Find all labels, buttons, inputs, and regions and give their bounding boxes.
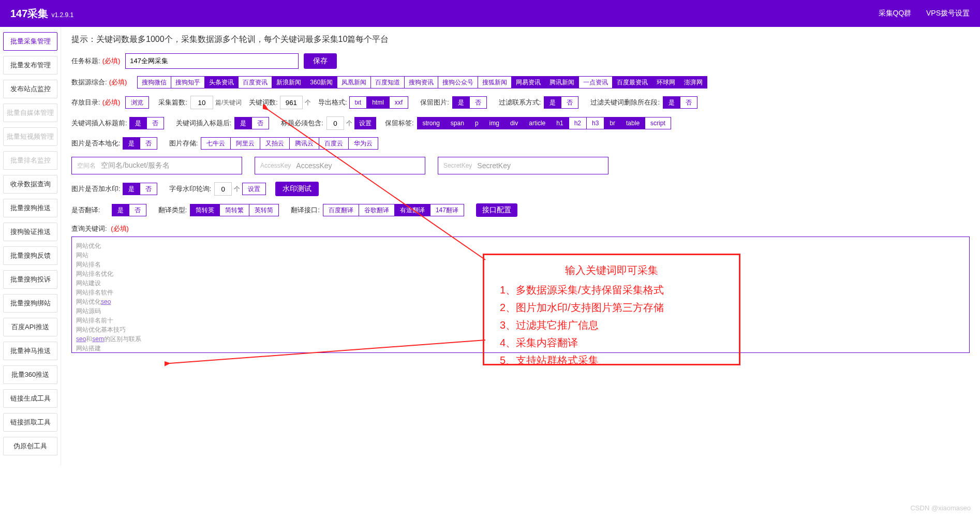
sources-req: (必填) [109, 78, 127, 87]
before-tag-0[interactable]: 是 [129, 117, 147, 129]
filter-tag-1[interactable]: 否 [680, 96, 697, 109]
export-tag-2[interactable]: xxf [389, 96, 408, 109]
sidebar-item-13[interactable]: 批量神马推送 [3, 342, 57, 360]
anno-l3: 3、过滤其它推广信息 [500, 316, 723, 334]
kw-label: 查询关键词: [71, 225, 107, 232]
keeptag-3[interactable]: img [484, 117, 505, 129]
keeptag-0[interactable]: strong [417, 117, 446, 129]
kw-count-input[interactable] [280, 96, 303, 109]
tiface-tag-3[interactable]: 147翻译 [430, 204, 464, 216]
ttype-tag-0[interactable]: 简转英 [190, 204, 220, 216]
source-tag-5[interactable]: 360新闻 [305, 76, 337, 89]
keepimg-tag-0[interactable]: 是 [452, 96, 470, 109]
store-tag-1[interactable]: 阿里云 [230, 137, 260, 150]
sidebar-item-11[interactable]: 批量搜狗绑站 [3, 294, 57, 313]
contact-tag-1[interactable]: 否 [561, 96, 578, 109]
trans-tag-1[interactable]: 否 [129, 204, 146, 216]
source-tag-14[interactable]: 百度最资讯 [612, 76, 652, 89]
sidebar-item-15[interactable]: 链接生成工具 [3, 389, 57, 408]
local-tag-0[interactable]: 是 [123, 137, 140, 150]
ttype-tag-2[interactable]: 英转简 [249, 204, 279, 216]
wl-set-button[interactable]: 设置 [242, 183, 266, 195]
sidebar-item-0[interactable]: 批量采集管理 [3, 32, 57, 51]
space-input[interactable]: 空间名 空间名/bucket/服务名 [71, 157, 242, 174]
source-tag-15[interactable]: 环球网 [652, 76, 680, 89]
anno-l1: 1、多数据源采集/支持保留采集格式 [500, 281, 723, 299]
sidebar-item-10[interactable]: 批量搜狗投诉 [3, 270, 57, 289]
link-vps[interactable]: VPS拨号设置 [926, 9, 970, 17]
after-tag-0[interactable]: 是 [234, 117, 252, 129]
store-tag-3[interactable]: 腾讯云 [289, 137, 319, 150]
keeptag-1[interactable]: span [445, 117, 470, 129]
trans-tag-0[interactable]: 是 [112, 204, 129, 216]
source-tag-0[interactable]: 搜狗微信 [137, 76, 171, 89]
sidebar-item-12[interactable]: 百度API推送 [3, 318, 57, 336]
save-button[interactable]: 保存 [304, 53, 337, 69]
sidebar-item-16[interactable]: 链接抓取工具 [3, 413, 57, 432]
keepimg-tag-1[interactable]: 否 [469, 96, 487, 109]
iface-config-button[interactable]: 接口配置 [476, 203, 517, 217]
source-tag-11[interactable]: 网易资讯 [511, 76, 545, 89]
source-tag-16[interactable]: 澎湃网 [679, 76, 707, 89]
tiface-tag-0[interactable]: 百度翻译 [323, 204, 359, 216]
keeptag-9[interactable]: br [604, 117, 621, 129]
local-tag-1[interactable]: 否 [140, 137, 157, 150]
keeptag-5[interactable]: article [523, 117, 551, 129]
source-tag-10[interactable]: 搜狐新闻 [478, 76, 512, 89]
sidebar: 批量采集管理批量发布管理发布站点监控批量自媒体管理批量短视频管理批量排名监控收录… [0, 27, 61, 466]
wm-tag-0[interactable]: 是 [123, 183, 140, 195]
wm-tag-1[interactable]: 否 [140, 183, 157, 195]
store-tag-4[interactable]: 百度云 [319, 137, 349, 150]
source-tag-9[interactable]: 搜狗公众号 [438, 76, 478, 89]
task-input[interactable] [125, 53, 299, 69]
must-input[interactable] [326, 116, 344, 130]
sidebar-item-9[interactable]: 批量搜狗反馈 [3, 246, 57, 265]
keeptag-7[interactable]: h2 [569, 117, 587, 129]
source-tag-8[interactable]: 搜狗资讯 [404, 76, 438, 89]
secretkey-input[interactable]: SecretKey SecretKey [438, 157, 608, 174]
export-tag-0[interactable]: txt [349, 96, 367, 109]
store-tag-5[interactable]: 华为云 [348, 137, 378, 150]
source-tag-1[interactable]: 搜狗知乎 [171, 76, 205, 89]
after-tag-1[interactable]: 否 [251, 117, 269, 129]
keeptag-10[interactable]: table [620, 117, 645, 129]
link-qq[interactable]: 采集QQ群 [879, 9, 912, 17]
filter-tag-0[interactable]: 是 [663, 96, 680, 109]
export-tag-1[interactable]: html [366, 96, 390, 109]
sidebar-item-17[interactable]: 伪原创工具 [3, 437, 57, 455]
tiface-tag-1[interactable]: 谷歌翻译 [359, 204, 395, 216]
row-sources: 数据源综合: (必填) 搜狗微信搜狗知乎头条资讯百度资讯新浪新闻360新闻凤凰新… [71, 76, 970, 89]
keeptag-2[interactable]: p [469, 117, 484, 129]
keeptag-8[interactable]: h3 [586, 117, 604, 129]
tiface-tag-2[interactable]: 有道翻译 [394, 204, 430, 216]
source-tag-3[interactable]: 百度资讯 [238, 76, 272, 89]
keeptag-11[interactable]: script [645, 117, 671, 129]
before-tag-1[interactable]: 否 [146, 117, 164, 129]
sidebar-item-1[interactable]: 批量发布管理 [3, 56, 57, 75]
sidebar-item-8[interactable]: 搜狗验证推送 [3, 223, 57, 241]
contact-tag-0[interactable]: 是 [544, 96, 561, 109]
source-tag-6[interactable]: 凤凰新闻 [337, 76, 371, 89]
sidebar-item-14[interactable]: 批量360推送 [3, 365, 57, 384]
wm-test-button[interactable]: 水印测试 [275, 182, 319, 196]
browse-button[interactable]: 浏览 [125, 96, 149, 109]
keeptag-4[interactable]: div [504, 117, 524, 129]
store-tag-0[interactable]: 七牛云 [201, 137, 231, 150]
app-header: 147采集 v1.2.9.1 采集QQ群 VPS拨号设置 [0, 0, 980, 27]
store-tag-2[interactable]: 又拍云 [260, 137, 290, 150]
source-tag-13[interactable]: 一点资讯 [578, 76, 613, 89]
sidebar-item-2[interactable]: 发布站点监控 [3, 80, 57, 98]
keepimg-label: 保留图片: [420, 98, 449, 107]
source-tag-12[interactable]: 腾讯新闻 [545, 76, 579, 89]
sidebar-item-6[interactable]: 收录数据查询 [3, 175, 57, 194]
wl-input[interactable] [214, 182, 232, 196]
must-set-button[interactable]: 设置 [354, 117, 376, 129]
ttype-tag-1[interactable]: 简转繁 [219, 204, 249, 216]
accesskey-input[interactable]: AccessKey AccessKey [255, 157, 425, 174]
source-tag-4[interactable]: 新浪新闻 [272, 76, 306, 89]
source-tag-7[interactable]: 百度知道 [370, 76, 405, 89]
sidebar-item-7[interactable]: 批量搜狗推送 [3, 199, 57, 217]
keeptag-6[interactable]: h1 [551, 117, 569, 129]
art-count-input[interactable] [190, 96, 213, 109]
source-tag-2[interactable]: 头条资讯 [204, 76, 239, 89]
